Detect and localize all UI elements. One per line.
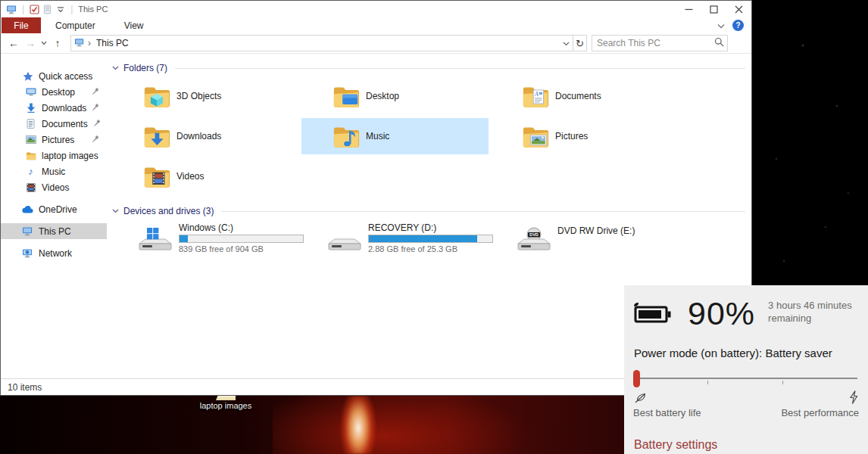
slider-track[interactable] bbox=[633, 378, 857, 379]
slider-handle[interactable] bbox=[633, 370, 640, 387]
tab-file[interactable]: File bbox=[2, 17, 41, 33]
battery-flyout: 90% 3 hours 46 minutes remaining Power m… bbox=[624, 285, 868, 454]
divider: | bbox=[22, 4, 24, 14]
tab-view[interactable]: View bbox=[110, 17, 158, 33]
drives-grid: Windows (C:) 839 GB free of 904 GB RECOV… bbox=[112, 221, 745, 261]
sidebar-item-desktop[interactable]: Desktop bbox=[1, 84, 107, 100]
breadcrumb-chevron-icon[interactable]: › bbox=[88, 38, 91, 48]
folder-3d-objects-icon bbox=[142, 84, 171, 109]
collapse-chevron-icon bbox=[112, 209, 119, 213]
back-icon[interactable]: ← bbox=[5, 35, 22, 51]
drive-tile-recovery-d[interactable]: RECOVERY (D:) 2.88 GB free of 25.3 GB bbox=[301, 221, 489, 257]
best-battery-life-label: Best battery life bbox=[633, 390, 701, 418]
breadcrumb[interactable]: This PC bbox=[96, 38, 129, 48]
picture-icon bbox=[25, 135, 36, 145]
cloud-icon bbox=[22, 204, 33, 215]
sidebar-item-music[interactable]: ♪ Music bbox=[1, 163, 107, 179]
sidebar-item-laptop-images[interactable]: laptop images bbox=[1, 148, 107, 163]
folder-music-icon bbox=[332, 124, 361, 149]
music-note-icon: ♪ bbox=[25, 166, 36, 177]
best-performance-label: Best performance bbox=[781, 390, 859, 418]
group-header-folders[interactable]: Folders (7) bbox=[112, 63, 745, 73]
up-icon[interactable]: ↑ bbox=[49, 35, 66, 51]
power-mode-label: Power mode (on battery): Battery saver bbox=[634, 347, 859, 359]
folders-grid: 3D Objects Desktop A Documents bbox=[112, 78, 745, 198]
tab-computer[interactable]: Computer bbox=[41, 17, 110, 33]
sidebar-item-pictures[interactable]: Pictures bbox=[1, 132, 107, 148]
drive-tile-windows-c[interactable]: Windows (C:) 839 GB free of 904 GB bbox=[112, 221, 299, 257]
window-title: This PC bbox=[78, 5, 108, 14]
close-button[interactable] bbox=[726, 1, 751, 17]
address-bar-row: ← → ↑ › This PC ↻ bbox=[1, 33, 751, 54]
slider-tick bbox=[782, 381, 783, 384]
wallpaper-red-glow bbox=[273, 396, 591, 454]
desktop-icon-label: laptop images bbox=[195, 401, 256, 410]
navigation-pane: Quick access Desktop Downloads bbox=[1, 54, 107, 378]
lightning-bolt-icon bbox=[848, 390, 859, 405]
app-this-pc-icon bbox=[5, 4, 18, 15]
expand-ribbon-icon[interactable] bbox=[717, 20, 725, 31]
item-count: 10 items bbox=[8, 382, 42, 393]
group-header-devices[interactable]: Devices and drives (3) bbox=[112, 206, 745, 216]
svg-text:DVD: DVD bbox=[529, 232, 539, 237]
star-icon bbox=[22, 71, 33, 82]
folder-tile-videos[interactable]: Videos bbox=[112, 158, 299, 194]
pin-icon bbox=[92, 103, 99, 114]
folder-tile-desktop[interactable]: Desktop bbox=[301, 78, 489, 114]
minimize-button[interactable] bbox=[676, 1, 701, 17]
system-drive-icon bbox=[138, 227, 173, 253]
title-bar[interactable]: | | This PC bbox=[1, 1, 751, 17]
sidebar-item-documents[interactable]: Documents bbox=[1, 116, 107, 132]
network-icon bbox=[22, 248, 33, 259]
collapse-chevron-icon bbox=[112, 66, 119, 70]
folder-desktop-icon bbox=[332, 84, 361, 109]
help-icon[interactable]: ? bbox=[732, 20, 744, 31]
battery-percent: 90% bbox=[688, 297, 755, 330]
sidebar-item-network[interactable]: Network bbox=[1, 245, 107, 261]
sidebar-item-downloads[interactable]: Downloads bbox=[1, 100, 107, 116]
folder-videos-icon bbox=[142, 164, 171, 189]
search-input[interactable] bbox=[597, 38, 714, 48]
address-dropdown-icon[interactable] bbox=[563, 38, 570, 48]
folder-downloads-icon bbox=[142, 124, 171, 149]
document-icon bbox=[25, 119, 36, 129]
svg-text:A: A bbox=[534, 90, 539, 97]
sidebar-item-onedrive[interactable]: OneDrive bbox=[1, 201, 107, 217]
folder-tile-pictures[interactable]: Pictures bbox=[491, 118, 678, 154]
pin-icon bbox=[93, 119, 101, 129]
location-this-pc-icon bbox=[74, 38, 85, 49]
divider: | bbox=[70, 4, 73, 14]
folder-tile-documents[interactable]: A Documents bbox=[491, 78, 678, 114]
folder-tile-3d-objects[interactable]: 3D Objects bbox=[112, 78, 299, 114]
properties-icon[interactable] bbox=[28, 4, 41, 15]
battery-settings-link[interactable]: Battery settings bbox=[634, 438, 859, 452]
sidebar-item-this-pc[interactable]: This PC bbox=[1, 223, 107, 239]
hard-drive-icon bbox=[327, 227, 362, 253]
folder-tile-downloads[interactable]: Downloads bbox=[112, 118, 299, 154]
forward-icon[interactable]: → bbox=[22, 35, 39, 51]
ribbon-tabs: File Computer View ? bbox=[1, 17, 751, 33]
disk-usage-bar bbox=[179, 235, 304, 243]
folder-icon bbox=[25, 151, 36, 161]
desktop-icon bbox=[25, 87, 36, 98]
eco-leaf-icon bbox=[633, 390, 701, 405]
this-pc-icon bbox=[22, 226, 33, 237]
power-mode-slider[interactable] bbox=[633, 370, 859, 388]
download-arrow-icon bbox=[25, 103, 36, 114]
battery-remaining: 3 hours 46 minutes remaining bbox=[768, 300, 859, 325]
search-icon[interactable] bbox=[714, 37, 724, 49]
customize-quick-access-toolbar-icon[interactable] bbox=[54, 4, 67, 15]
sidebar-item-videos[interactable]: Videos bbox=[1, 179, 107, 195]
sidebar-item-quick-access[interactable]: Quick access bbox=[1, 68, 107, 84]
search-box[interactable] bbox=[592, 35, 728, 51]
folder-tile-music[interactable]: Music bbox=[301, 118, 489, 154]
folder-pictures-icon bbox=[521, 124, 550, 149]
new-folder-icon[interactable] bbox=[41, 4, 54, 15]
battery-saver-icon bbox=[633, 302, 671, 328]
recent-locations-icon[interactable] bbox=[39, 35, 49, 51]
address-bar[interactable]: › This PC bbox=[70, 35, 573, 51]
refresh-icon[interactable]: ↻ bbox=[573, 35, 587, 51]
film-icon bbox=[25, 182, 36, 193]
drive-tile-dvd-e[interactable]: DVD DVD RW Drive (E:) bbox=[491, 221, 678, 257]
maximize-button[interactable] bbox=[701, 1, 726, 17]
